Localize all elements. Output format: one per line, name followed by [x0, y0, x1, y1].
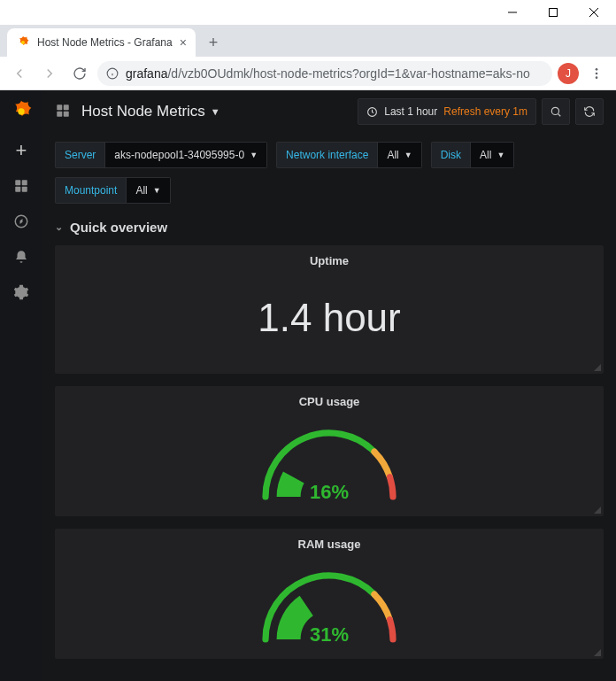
- uptime-value: 1.4 hour: [55, 273, 604, 363]
- svg-rect-1: [550, 9, 558, 17]
- address-bar[interactable]: grafana/d/vzb0OUdmk/host-node-metrics?or…: [97, 61, 552, 86]
- svg-rect-13: [22, 180, 27, 185]
- var-mount-label: Mountpoint: [55, 177, 127, 204]
- tab-strip: Host Node Metrics - Grafana × +: [0, 25, 616, 57]
- grafana-favicon: [16, 35, 30, 50]
- svg-rect-15: [22, 187, 27, 192]
- var-mountpoint[interactable]: Mountpoint All▼: [55, 177, 171, 204]
- time-range-label: Last 1 hour: [384, 105, 437, 118]
- dashboard-title: Host Node Metrics: [81, 103, 205, 120]
- window-maximize-button[interactable]: [533, 0, 574, 25]
- panel-resize-handle[interactable]: [594, 507, 601, 514]
- time-range-picker[interactable]: Last 1 hour Refresh every 1m: [358, 98, 536, 125]
- var-nic-label: Network interface: [276, 142, 378, 168]
- chevron-down-icon: ▼: [211, 106, 220, 117]
- tab-close-icon[interactable]: ×: [180, 35, 187, 50]
- browser-menu-button[interactable]: [584, 61, 609, 86]
- chevron-down-icon: ▼: [497, 151, 504, 159]
- panel-ram-usage[interactable]: RAM usage 31%: [55, 529, 604, 659]
- zoom-out-button[interactable]: [542, 98, 570, 125]
- var-server[interactable]: Server aks-nodepool1-34095995-0▼: [55, 142, 267, 168]
- nav-create-button[interactable]: +: [12, 142, 30, 159]
- svg-point-10: [596, 76, 598, 79]
- nav-explore-button[interactable]: [12, 213, 30, 230]
- refresh-button[interactable]: [575, 98, 604, 125]
- profile-avatar[interactable]: J: [558, 63, 579, 84]
- cpu-gauge: 16%: [250, 417, 409, 506]
- cpu-gauge-value: 16%: [250, 481, 409, 504]
- row-title: Quick overview: [70, 220, 167, 235]
- nav-reload-button[interactable]: [67, 61, 92, 86]
- panel-uptime[interactable]: Uptime 1.4 hour: [55, 245, 604, 374]
- var-nic-value: All: [387, 149, 398, 161]
- var-disk[interactable]: Disk All▼: [431, 142, 515, 168]
- panel-title: CPU usage: [55, 391, 604, 414]
- dashboard-content: ⌄ Quick overview Uptime 1.4 hour CPU usa…: [42, 213, 616, 681]
- var-server-label: Server: [55, 142, 105, 168]
- svg-rect-18: [57, 104, 62, 110]
- row-header[interactable]: ⌄ Quick overview: [55, 213, 604, 245]
- grafana-logo[interactable]: [9, 99, 34, 124]
- nav-dashboards-button[interactable]: [12, 177, 30, 195]
- browser-tab-active[interactable]: Host Node Metrics - Grafana ×: [7, 28, 196, 57]
- ram-gauge: 31%: [250, 560, 409, 648]
- svg-rect-14: [15, 187, 20, 192]
- new-tab-button[interactable]: +: [201, 30, 226, 55]
- svg-line-24: [558, 113, 560, 116]
- var-mount-value: All: [135, 184, 147, 197]
- tab-title: Host Node Metrics - Grafana: [37, 36, 173, 49]
- svg-marker-17: [20, 219, 23, 224]
- panel-cpu-usage[interactable]: CPU usage 16%: [55, 386, 604, 516]
- dashboards-icon: [55, 103, 73, 120]
- svg-rect-12: [15, 180, 20, 185]
- svg-point-4: [21, 41, 25, 44]
- chevron-down-icon: ▼: [153, 186, 161, 195]
- refresh-interval-label: Refresh every 1m: [443, 105, 527, 118]
- svg-rect-20: [57, 112, 62, 117]
- svg-rect-21: [64, 112, 69, 117]
- clock-icon: [366, 106, 378, 118]
- nav-back-button[interactable]: [7, 61, 32, 86]
- var-server-value: aks-nodepool1-34095995-0: [114, 149, 244, 161]
- chevron-down-icon: ⌄: [55, 221, 63, 233]
- var-network-interface[interactable]: Network interface All▼: [276, 142, 422, 168]
- window-controls: [0, 0, 616, 25]
- window-close-button[interactable]: [574, 0, 614, 25]
- panel-resize-handle[interactable]: [594, 649, 601, 656]
- panel-title: RAM usage: [55, 534, 604, 556]
- nav-config-button[interactable]: [12, 283, 30, 301]
- panel-title: Uptime: [55, 251, 604, 273]
- window-minimize-button[interactable]: [492, 0, 533, 25]
- chevron-down-icon: ▼: [250, 151, 258, 159]
- var-disk-label: Disk: [431, 142, 471, 168]
- svg-rect-19: [64, 104, 69, 110]
- var-disk-value: All: [480, 149, 491, 161]
- svg-point-11: [18, 108, 24, 114]
- site-info-icon: [106, 67, 119, 80]
- dashboard-header: Host Node Metrics ▼ Last 1 hour Refresh …: [42, 90, 616, 133]
- svg-point-23: [551, 107, 558, 114]
- dashboard-title-dropdown[interactable]: Host Node Metrics ▼: [81, 103, 220, 120]
- ram-gauge-value: 31%: [250, 623, 409, 646]
- left-nav-rail: +: [0, 90, 42, 681]
- nav-alerting-button[interactable]: [12, 248, 30, 266]
- panel-resize-handle[interactable]: [594, 364, 601, 371]
- nav-forward-button[interactable]: [37, 61, 62, 86]
- chevron-down-icon: ▼: [404, 151, 412, 159]
- svg-point-8: [596, 68, 598, 71]
- template-variables-row: Server aks-nodepool1-34095995-0▼ Network…: [42, 133, 616, 213]
- svg-point-9: [596, 72, 598, 74]
- address-bar-url: grafana/d/vzb0OUdmk/host-node-metrics?or…: [126, 66, 530, 81]
- browser-toolbar: grafana/d/vzb0OUdmk/host-node-metrics?or…: [0, 57, 616, 90]
